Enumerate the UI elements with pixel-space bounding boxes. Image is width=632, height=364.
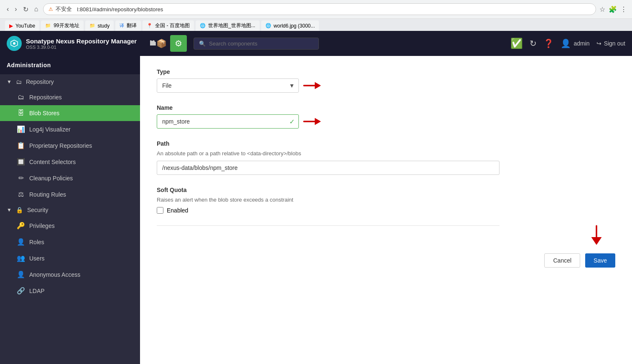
extension-icon[interactable]: 🧩: [609, 5, 617, 13]
enabled-label[interactable]: Enabled: [167, 207, 188, 214]
tab-world6[interactable]: 🌐 world6.jpg (3000...: [261, 20, 319, 31]
sidebar-item-repositories[interactable]: 🗂 Repositories: [0, 89, 140, 105]
repository-icon: 🗂: [16, 78, 22, 85]
search-input[interactable]: [209, 40, 313, 47]
refresh-browser-icon[interactable]: ↻: [21, 5, 30, 14]
save-red-arrow: [586, 224, 607, 249]
log4j-label: Log4j Visualizer: [29, 126, 71, 133]
sidebar-item-log4j[interactable]: 📊 Log4j Visualizer: [0, 121, 140, 137]
browser-actions[interactable]: ☆ 🧩 ⋮: [599, 5, 627, 13]
app-logo: [7, 36, 22, 51]
sidebar-item-privileges[interactable]: 🔑 Privileges: [0, 217, 140, 234]
tab-youtube[interactable]: ▶ YouTube: [5, 20, 39, 31]
sidebar-item-blob-stores[interactable]: 🗄 Blob Stores: [0, 105, 140, 121]
address-bar[interactable]: ⚠ 不安全 l:8081/#admin/repository/blobstore…: [43, 3, 596, 15]
repositories-icon: 🗂: [17, 94, 25, 101]
tab-label: study: [98, 23, 110, 29]
roles-icon: 👤: [17, 238, 25, 246]
anonymous-icon: 👤: [17, 270, 25, 278]
sidebar-item-content-selectors[interactable]: 🔲 Content Selectors: [0, 154, 140, 170]
type-label: Type: [157, 68, 499, 75]
app-subtitle: OSS 3.39.0-01: [26, 45, 137, 50]
anonymous-label: Anonymous Access: [29, 271, 80, 278]
home-icon[interactable]: ⌂: [33, 5, 40, 14]
svg-point-0: [13, 42, 15, 45]
nav-right: ✅ ↻ ❓ 👤 admin ↪ Sign out: [510, 38, 625, 49]
browser-bar: ‹ › ↻ ⌂ ⚠ 不安全 l:8081/#admin/repository/b…: [0, 0, 632, 19]
path-label: Path: [157, 140, 499, 147]
back-icon[interactable]: ‹: [5, 5, 10, 14]
cleanup-icon: ✏: [17, 174, 25, 182]
path-input[interactable]: [157, 161, 499, 175]
address-text: 不安全: [56, 5, 72, 13]
tab-map[interactable]: 📍 全国 - 百度地图: [143, 20, 194, 31]
security-label: Security: [27, 207, 48, 213]
form-divider: [157, 225, 499, 226]
user-menu[interactable]: 👤 admin: [561, 38, 589, 48]
content-selectors-label: Content Selectors: [29, 159, 76, 165]
browse-button[interactable]: 📦: [150, 35, 167, 52]
status-icon: ✅: [510, 38, 523, 49]
user-icon: 👤: [561, 38, 571, 48]
security-icon: 🔒: [16, 207, 23, 213]
forward-icon[interactable]: ›: [13, 5, 18, 14]
tab-label: 99开发地址: [54, 22, 79, 29]
tab-translate[interactable]: 译 翻译: [115, 20, 141, 31]
sidebar-security-parent[interactable]: ▼ 🔒 Security: [0, 202, 140, 217]
cancel-button[interactable]: Cancel: [544, 253, 580, 268]
menu-icon[interactable]: ⋮: [620, 5, 627, 13]
main-area: Administration ▼ 🗂 Repository 🗂 Reposito…: [0, 56, 632, 364]
proprietary-label: Proprietary Repositories: [29, 142, 92, 149]
repository-arrow-icon: ▼: [7, 79, 12, 85]
ldap-icon: 🔗: [17, 287, 25, 295]
logo-text: Sonatype Nexus Repository Manager OSS 3.…: [26, 38, 137, 50]
form-container: Type File S3 ▼: [140, 56, 516, 247]
tab-label: 翻译: [127, 22, 137, 29]
repositories-label: Repositories: [29, 94, 62, 101]
name-input-wrapper: ✓: [157, 114, 299, 129]
type-select[interactable]: File S3: [157, 78, 299, 93]
sidebar-item-roles[interactable]: 👤 Roles: [0, 234, 140, 250]
blob-stores-label: Blob Stores: [29, 110, 59, 116]
sidebar-item-routing[interactable]: ⚖ Routing Rules: [0, 186, 140, 202]
type-field-row: File S3 ▼: [157, 78, 499, 93]
tab-label: 世界地图_世界地图...: [208, 22, 255, 29]
soft-quota-field: Soft Quota Raises an alert when the blob…: [157, 187, 499, 214]
tab-worldmap[interactable]: 🌐 世界地图_世界地图...: [196, 20, 260, 31]
refresh-icon[interactable]: ↻: [530, 38, 537, 48]
sign-out-button[interactable]: ↪ Sign out: [596, 40, 625, 47]
name-field: Name ✓: [157, 104, 499, 129]
tab-study[interactable]: 📁 study: [85, 20, 114, 31]
proprietary-icon: 📋: [17, 142, 25, 149]
search-icon: 🔍: [199, 40, 206, 47]
admin-button[interactable]: ⚙: [170, 35, 187, 52]
type-red-arrow: [303, 81, 324, 91]
path-field: Path An absolute path or a path relative…: [157, 140, 499, 175]
browser-tabs: ▶ YouTube 📁 99开发地址 📁 study 译 翻译 📍 全国 - 百…: [0, 19, 632, 31]
enabled-checkbox[interactable]: [157, 207, 163, 214]
tab-label: YouTube: [15, 23, 35, 29]
top-nav: Sonatype Nexus Repository Manager OSS 3.…: [0, 31, 632, 56]
path-description: An absolute path or a path relative to <…: [157, 150, 499, 157]
help-icon[interactable]: ❓: [543, 38, 554, 48]
sidebar-item-users[interactable]: 👥 Users: [0, 250, 140, 266]
sidebar-repository-parent[interactable]: ▼ 🗂 Repository: [0, 74, 140, 89]
browser-nav-icons[interactable]: ‹ › ↻ ⌂: [5, 5, 40, 14]
star-icon[interactable]: ☆: [599, 5, 605, 13]
sidebar-item-cleanup[interactable]: ✏ Cleanup Policies: [0, 170, 140, 186]
content-area: Type File S3 ▼: [140, 56, 632, 364]
users-icon: 👥: [17, 254, 25, 262]
security-arrow-icon: ▼: [7, 207, 12, 213]
nav-icons: 📦 ⚙: [150, 35, 187, 52]
search-bar[interactable]: 🔍: [194, 38, 319, 50]
sidebar-item-ldap[interactable]: 🔗 LDAP: [0, 283, 140, 299]
save-button[interactable]: Save: [585, 253, 615, 268]
sidebar-admin-header: Administration: [0, 56, 140, 74]
tab-99dev[interactable]: 📁 99开发地址: [41, 20, 83, 31]
privileges-icon: 🔑: [17, 222, 25, 230]
name-input[interactable]: [157, 114, 299, 129]
tab-label: world6.jpg (3000...: [274, 23, 315, 29]
sidebar-item-anonymous[interactable]: 👤 Anonymous Access: [0, 266, 140, 283]
sidebar-item-proprietary[interactable]: 📋 Proprietary Repositories: [0, 137, 140, 154]
name-red-arrow: [303, 116, 324, 126]
